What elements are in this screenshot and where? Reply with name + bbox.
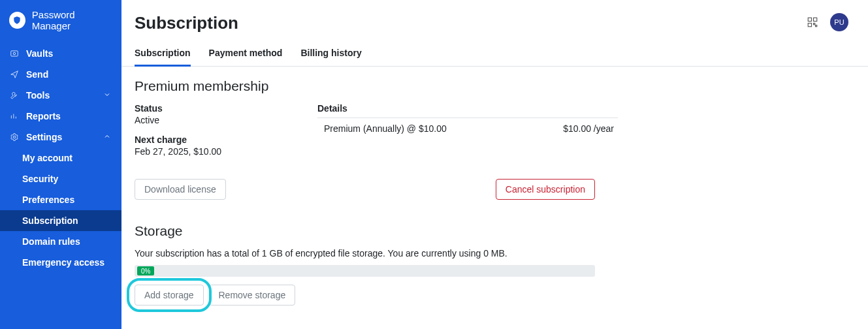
sidebar-item-label: Emergency access: [22, 257, 112, 268]
reports-icon: [9, 112, 20, 121]
tab-subscription[interactable]: Subscription: [135, 48, 191, 67]
sidebar-item-label: Reports: [26, 111, 112, 121]
next-charge-label: Next charge: [135, 134, 291, 145]
tab-billing-history[interactable]: Billing history: [300, 48, 361, 66]
page-title: Subscription: [135, 13, 238, 33]
sidebar-item-label: My account: [22, 153, 112, 163]
qr-code-icon[interactable]: [807, 16, 818, 28]
details-item: Premium (Annually) @ $10.00: [324, 123, 447, 134]
sidebar-item-tools[interactable]: Tools: [0, 85, 121, 106]
status-label: Status: [135, 103, 291, 114]
chevron-up-icon: [103, 132, 112, 142]
send-icon: [9, 70, 20, 79]
sidebar-item-label: Send: [26, 69, 112, 80]
svg-point-5: [13, 136, 16, 138]
tab-payment-method[interactable]: Payment method: [209, 48, 283, 66]
svg-rect-9: [814, 24, 815, 25]
page-header: Subscription PU: [121, 0, 868, 33]
premium-heading: Premium membership: [135, 78, 855, 94]
brand-logo-icon: [9, 12, 25, 29]
brand-name: Password Manager: [32, 9, 112, 31]
tabs: Subscription Payment method Billing hist…: [121, 33, 868, 67]
details-line: Premium (Annually) @ $10.00 $10.00 /year: [317, 123, 618, 134]
sidebar-item-label: Domain rules: [22, 236, 112, 247]
sidebar-item-vaults[interactable]: Vaults: [0, 43, 121, 64]
sidebar-item-label: Settings: [26, 132, 103, 142]
brand[interactable]: Password Manager: [0, 0, 121, 43]
chevron-down-icon: [103, 90, 112, 101]
sidebar-sub-preferences[interactable]: Preferences: [0, 189, 121, 210]
sidebar-item-label: Subscription: [22, 215, 112, 226]
details-label: Details: [317, 103, 618, 118]
storage-progress-bar: 0%: [135, 265, 595, 277]
sidebar-sub-emergency-access[interactable]: Emergency access: [0, 252, 121, 273]
svg-point-1: [13, 52, 16, 55]
sidebar-sub-security[interactable]: Security: [0, 168, 121, 189]
sidebar: Password Manager Vaults Send Tools Repor…: [0, 0, 121, 329]
sidebar-nav: Vaults Send Tools Reports Settings: [0, 43, 121, 273]
sidebar-item-reports[interactable]: Reports: [0, 106, 121, 127]
premium-right-col: Details Premium (Annually) @ $10.00 $10.…: [317, 103, 618, 166]
remove-storage-button[interactable]: Remove storage: [209, 285, 296, 306]
sidebar-item-label: Security: [22, 174, 112, 184]
sidebar-item-send[interactable]: Send: [0, 64, 121, 85]
storage-section: Storage Your subscription has a total of…: [135, 223, 595, 306]
storage-percent-badge: 0%: [137, 266, 154, 275]
svg-rect-6: [808, 18, 811, 21]
storage-buttons: Add storage Remove storage: [135, 285, 595, 306]
avatar[interactable]: PU: [830, 13, 848, 31]
premium-left-col: Status Active Next charge Feb 27, 2025, …: [135, 103, 291, 166]
sidebar-item-label: Preferences: [22, 195, 112, 205]
vault-icon: [9, 49, 20, 58]
next-charge-value: Feb 27, 2025, $10.00: [135, 146, 291, 157]
content-body: Premium membership Status Active Next ch…: [121, 67, 868, 325]
details-price: $10.00 /year: [563, 123, 614, 134]
sidebar-item-settings[interactable]: Settings: [0, 127, 121, 148]
download-license-button[interactable]: Download license: [135, 179, 226, 200]
main-content: Subscription PU Subscription Payment met…: [121, 0, 868, 329]
sidebar-sub-my-account[interactable]: My account: [0, 148, 121, 168]
add-storage-button[interactable]: Add storage: [135, 285, 204, 306]
premium-actions: Download license Cancel subscription: [135, 179, 595, 200]
status-value: Active: [135, 115, 291, 125]
cancel-subscription-button[interactable]: Cancel subscription: [496, 179, 595, 200]
header-actions: PU: [807, 13, 848, 31]
svg-rect-8: [808, 24, 811, 27]
svg-rect-0: [11, 51, 18, 56]
sidebar-item-label: Vaults: [26, 48, 112, 59]
storage-desc: Your subscription has a total of 1 GB of…: [135, 248, 595, 258]
tools-icon: [9, 91, 20, 100]
premium-row: Status Active Next charge Feb 27, 2025, …: [135, 103, 855, 166]
svg-rect-10: [816, 25, 817, 27]
storage-heading: Storage: [135, 223, 595, 239]
tutorial-highlight: Add storage: [135, 285, 204, 306]
sidebar-sub-subscription[interactable]: Subscription: [0, 210, 121, 231]
sidebar-item-label: Tools: [26, 90, 103, 101]
gear-icon: [9, 133, 20, 142]
sidebar-sub-domain-rules[interactable]: Domain rules: [0, 231, 121, 252]
details-divider: [317, 118, 618, 118]
svg-rect-7: [814, 18, 817, 21]
